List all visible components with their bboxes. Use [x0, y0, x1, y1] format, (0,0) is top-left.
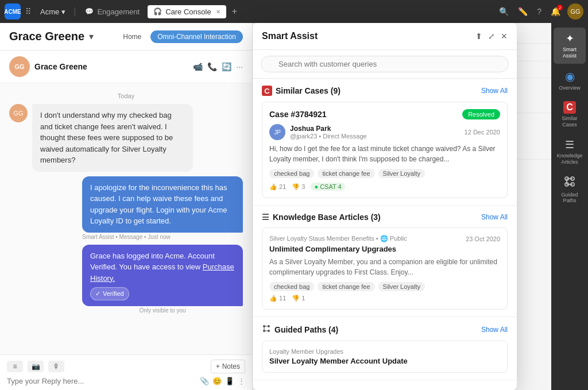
engagement-label: Engagement	[97, 7, 140, 16]
footer-actions: ≡ 📷 🎙 + Notes	[7, 360, 245, 373]
mobile-icon[interactable]: 📱	[225, 377, 234, 385]
refresh-icon[interactable]: 🔄	[222, 62, 231, 71]
top-nav: ACME ⠿ Acme ▾ | 💬 Engagement 🎧 Care Cons…	[0, 0, 588, 23]
engagement-icon: 💬	[85, 7, 94, 16]
case-date: 12 Dec 2020	[465, 129, 500, 136]
gp-show-all[interactable]: Show All	[481, 326, 508, 334]
similar-cases-show-all[interactable]: Show All	[481, 87, 508, 95]
tab-home[interactable]: Home	[116, 30, 148, 43]
tab-engagement[interactable]: 💬 Engagement	[79, 5, 145, 18]
sa-title: Smart Assist	[262, 31, 471, 41]
mic-icon[interactable]: 🎙	[48, 361, 64, 372]
workspace-selector[interactable]: Acme ▾	[36, 5, 70, 18]
thumbs-up: 👍 21	[269, 183, 286, 191]
attach-icon[interactable]: 📎	[200, 377, 209, 385]
avatar-initials: GG	[14, 63, 24, 70]
kb-source: Silver Loyalty Staus Member Benefits • 🌐…	[269, 235, 407, 242]
share-icon[interactable]: ⬆	[475, 32, 482, 41]
similar-cases-section: C Similar Cases (9) Show All Case #37849…	[253, 79, 517, 206]
similar-cases-title: C Similar Cases (9)	[262, 86, 341, 96]
tag-2: ticket change fee	[318, 169, 374, 178]
emoji-icon[interactable]: 😊	[212, 377, 222, 385]
similar-cases-sidebar-label: Similar Cases	[556, 115, 583, 128]
smart-assist-label: Smart Assist	[556, 47, 583, 59]
case-number: Case #3784921	[269, 110, 327, 119]
user-avatar[interactable]: GG	[567, 3, 583, 20]
app-logo[interactable]: ACME	[5, 3, 21, 20]
sa-content: C Similar Cases (9) Show All Case #37849…	[253, 79, 517, 390]
sidebar-item-similar-cases[interactable]: C Similar Cases	[554, 96, 586, 133]
notes-label: Notes	[222, 362, 240, 370]
case-status-badge: Resolved	[462, 109, 500, 119]
more-icon[interactable]: ···	[236, 62, 243, 71]
overview-label: Overview	[559, 85, 581, 91]
tag-3: Silver Loyalty	[378, 169, 425, 178]
image-icon[interactable]: 📷	[28, 361, 44, 372]
phone-icon[interactable]: 📞	[207, 62, 217, 71]
search-icon[interactable]: 🔍	[497, 5, 511, 18]
case-text: Hi, how do I get the fee for a last minu…	[269, 144, 500, 164]
case-stats: 👍 21 👎 3 ● CSAT 4	[269, 183, 500, 191]
gp-label: Guided Paths (4)	[274, 325, 338, 334]
edit-icon[interactable]: ✏️	[516, 5, 530, 18]
tab-care-console[interactable]: 🎧 Care Console ✕	[148, 5, 226, 18]
add-tab-button[interactable]: +	[229, 5, 241, 18]
message-bubble-incoming: I don't understand why my checked bag an…	[32, 104, 193, 172]
kb-show-all[interactable]: Show All	[481, 213, 508, 221]
nav-divider: |	[74, 6, 76, 17]
kb-meta: Silver Loyalty Staus Member Benefits • 🌐…	[269, 235, 500, 242]
tag-1: checked bag	[269, 169, 314, 178]
sa-search: 🔍	[253, 50, 517, 79]
sa-header: Smart Assist ⬆ ⤢ ✕	[253, 23, 517, 50]
csat-dot: ●	[314, 183, 318, 190]
case-card-header: Case #3784921 Resolved	[269, 109, 500, 119]
sidebar-item-knowledge[interactable]: ☰ Knowledge Articles	[554, 134, 586, 170]
tab-omni-channel[interactable]: Omni-Channel Interaction	[150, 30, 243, 43]
case-card: Case #3784921 Resolved JP Joshua Park @j…	[262, 102, 508, 198]
contact-avatar: GG	[9, 56, 30, 77]
kb-header: ☰ Knowledge Base Articles (3) Show All	[262, 213, 508, 222]
kb-excerpt: As a Silver Loyalty Member, you and a co…	[269, 257, 500, 277]
csat-label: CSAT 4	[320, 183, 342, 190]
verified-label: Verified	[103, 289, 124, 299]
smart-assist-icon: ✦	[566, 32, 574, 45]
kb-stats: 👍 11 👎 1	[269, 295, 500, 302]
gp-header: Guided Paths (4) Show All	[262, 324, 508, 335]
date-divider: Today	[9, 92, 243, 99]
contact-name: Grace Greene	[9, 30, 84, 43]
chat-messages: Today GG I don't understand why my check…	[0, 83, 252, 354]
gp-title: Guided Paths (4)	[262, 324, 338, 335]
kb-tag-3: Silver Loyalty	[378, 282, 425, 291]
message-bubble-verified: Grace has logged into Acme. Account Veri…	[82, 245, 243, 306]
help-icon[interactable]: ?	[535, 5, 544, 18]
case-author-name: Joshua Park	[290, 125, 460, 133]
sidebar-item-smart-assist[interactable]: ✦ Smart Assist	[554, 28, 586, 64]
notes-button[interactable]: + Notes	[211, 360, 245, 373]
contact-row: GG Grace Greene 📹 📞 🔄 ···	[0, 51, 252, 83]
sa-search-input[interactable]	[261, 56, 509, 72]
format-icon[interactable]: ≡	[7, 361, 23, 372]
smart-assist-panel: Smart Assist ⬆ ⤢ ✕ 🔍 C Similar Cases (9)…	[253, 23, 517, 390]
message-bubble-blue: I apologize for the inconvenience this h…	[82, 176, 243, 233]
contact-name-dropdown[interactable]: ▾	[89, 31, 94, 42]
right-sidebar: ✦ Smart Assist ◉ Overview C Similar Case…	[551, 23, 588, 390]
sidebar-item-guided-paths[interactable]: Guided Paths	[554, 171, 586, 209]
notification-icon[interactable]: 🔔 2	[548, 5, 563, 18]
contact-full-name: Grace Greene	[34, 62, 188, 71]
case-author-avatar: JP	[269, 124, 285, 140]
expand-icon[interactable]: ⤢	[488, 32, 495, 41]
grid-icon[interactable]: ⠿	[25, 7, 31, 16]
close-icon[interactable]: ✕	[501, 32, 508, 41]
tab-close-icon[interactable]: ✕	[216, 9, 220, 15]
sidebar-item-overview[interactable]: ◉ Overview	[554, 65, 586, 96]
more-options-icon[interactable]: ⋮	[238, 377, 245, 385]
video-icon[interactable]: 📹	[193, 62, 203, 71]
message-meta: Smart Assist • Message • Just now	[82, 234, 243, 240]
notes-plus: +	[216, 362, 220, 370]
chat-tabs: Home Omni-Channel Interaction	[116, 30, 243, 43]
gp-card: Loyalty Member Upgrades Silver Loyalty M…	[262, 341, 508, 373]
knowledge-icon: ☰	[565, 138, 574, 151]
kb-article-title: Unlimited Complimentary Upgrades	[269, 245, 500, 253]
chat-footer: ≡ 📷 🎙 + Notes 📎 😊 📱 ⋮	[0, 354, 252, 390]
reply-input[interactable]	[7, 377, 195, 385]
